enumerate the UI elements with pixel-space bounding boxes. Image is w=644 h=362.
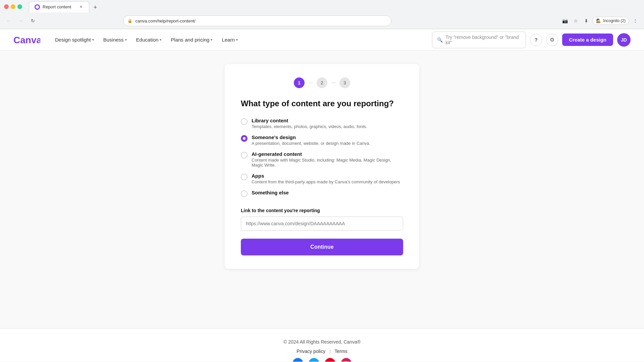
forward-button[interactable]: → (16, 16, 25, 25)
radio-label-apps: Apps (252, 173, 400, 179)
help-button[interactable]: ? (530, 34, 542, 46)
radio-desc-apps: Content from the third-party apps made b… (252, 179, 400, 184)
radio-option-library-text: Library content Templates, elements, pho… (252, 118, 367, 129)
minimize-window-button[interactable] (11, 4, 15, 9)
search-placeholder-text: Try "remove background" or "brand kit" (445, 35, 521, 45)
twitter-icon[interactable]: 🐦 (309, 358, 319, 362)
incognito-label: Incognito (2) (603, 18, 626, 23)
step-line-1-2 (309, 82, 313, 83)
radio-option-ai-generated[interactable]: AI-generated content Content made with M… (241, 151, 403, 168)
close-window-button[interactable] (4, 4, 9, 9)
footer-privacy-link[interactable]: Privacy policy (297, 349, 325, 354)
radio-option-someones-design[interactable]: Someone's design A presentation, documen… (241, 134, 403, 146)
tab-bar: Report content ✕ + (25, 1, 104, 12)
nav-item-design-spotlight[interactable]: Design spotlight ▾ (51, 34, 98, 45)
footer-terms-link[interactable]: Terms (335, 349, 347, 354)
new-tab-button[interactable]: + (91, 3, 100, 12)
browser-chrome: Report content ✕ + ← → ↻ 🔒 canva.com/hel… (0, 0, 644, 29)
radio-option-ai-generated-text: AI-generated content Content made with M… (252, 151, 403, 168)
svg-point-0 (36, 5, 39, 9)
step-3[interactable]: 3 (339, 77, 350, 88)
pinterest-icon[interactable]: P (325, 358, 335, 362)
window-controls (4, 4, 22, 9)
title-bar: Report content ✕ + (0, 0, 644, 13)
nav-menu: Design spotlight ▾ Business ▾ Education … (51, 34, 432, 45)
chevron-down-icon-education: ▾ (160, 38, 161, 42)
radio-label-library: Library content (252, 118, 367, 123)
tab-title: Report content (43, 4, 71, 9)
bookmark-button[interactable]: ☆ (571, 16, 580, 25)
incognito-button[interactable]: 🕵 Incognito (2) (592, 17, 629, 25)
link-input[interactable] (241, 217, 403, 231)
browser-right-actions: 📷 ☆ ⬇ 🕵 Incognito (2) ⋮ (560, 16, 640, 25)
radio-option-something-else-text: Something else (252, 190, 289, 195)
svg-text:P: P (329, 361, 332, 362)
app-wrapper: Canva Design spotlight ▾ Business ▾ Educ… (0, 29, 644, 362)
facebook-icon[interactable]: f (292, 358, 303, 362)
question-title: What type of content are you reporting? (241, 99, 403, 108)
lock-icon: 🔒 (127, 18, 132, 23)
nav-item-learn[interactable]: Learn ▾ (218, 34, 241, 45)
chevron-down-icon-learn: ▾ (236, 38, 238, 42)
instagram-icon[interactable] (341, 358, 352, 362)
footer-links: Privacy policy | Terms (221, 349, 423, 354)
radio-desc-someones-design: A presentation, document, website, or de… (252, 141, 370, 146)
radio-desc-library: Templates, elements, photos, graphics, v… (252, 124, 367, 129)
tab-close-button[interactable]: ✕ (78, 4, 84, 10)
nav-label-learn: Learn (222, 37, 234, 43)
social-icons: f 🐦 P (221, 358, 423, 362)
chevron-down-icon-business: ▾ (125, 38, 127, 42)
nav-label-business: Business (103, 37, 124, 43)
step-1[interactable]: 1 (294, 77, 305, 88)
radio-label-someones-design: Someone's design (252, 134, 370, 140)
nav-item-business[interactable]: Business ▾ (99, 34, 131, 45)
footer-copyright: © 2024 All Rights Reserved, Canva® (221, 339, 423, 345)
maximize-window-button[interactable] (17, 4, 22, 9)
search-icon: 🔍 (437, 37, 443, 43)
address-bar-row: ← → ↻ 🔒 canva.com/help/report-content/ 📷… (0, 13, 644, 29)
footer-bottom: © 2024 All Rights Reserved, Canva® Priva… (221, 339, 423, 362)
nav-item-plans-pricing[interactable]: Plans and pricing ▾ (167, 34, 216, 45)
footer: © 2024 All Rights Reserved, Canva® Priva… (0, 328, 644, 362)
url-text: canva.com/help/report-content/ (135, 18, 195, 23)
radio-desc-ai-generated: Content made with Magic Studio, includin… (252, 158, 403, 168)
incognito-icon: 🕵 (596, 18, 601, 23)
radio-circle-ai-generated[interactable] (241, 152, 248, 159)
download-button[interactable]: ⬇ (582, 16, 591, 25)
radio-circle-someones-design[interactable] (241, 135, 248, 142)
nav-label-design-spotlight: Design spotlight (55, 37, 91, 43)
canva-logo[interactable]: Canva (13, 35, 40, 45)
radio-option-apps[interactable]: Apps Content from the third-party apps m… (241, 173, 403, 184)
nav-label-education: Education (136, 37, 159, 43)
active-tab[interactable]: Report content ✕ (29, 1, 89, 12)
svg-text:f: f (297, 361, 299, 362)
radio-option-library[interactable]: Library content Templates, elements, pho… (241, 118, 403, 129)
camera-off-button[interactable]: 📷 (560, 16, 570, 25)
step-line-2-3 (331, 82, 335, 83)
nav-label-plans-pricing: Plans and pricing (171, 37, 209, 43)
svg-text:Canva: Canva (13, 35, 40, 45)
radio-circle-something-else[interactable] (241, 190, 248, 197)
nav-item-education[interactable]: Education ▾ (132, 34, 166, 45)
settings-button[interactable]: ⚙ (546, 34, 558, 46)
radio-circle-apps[interactable] (241, 174, 248, 180)
tab-favicon (35, 4, 40, 10)
chevron-down-icon-plans: ▾ (211, 38, 212, 42)
step-indicators: 1 2 3 (241, 77, 403, 88)
create-design-button[interactable]: Create a design (562, 34, 613, 46)
radio-option-something-else[interactable]: Something else (241, 190, 403, 197)
address-bar[interactable]: 🔒 canva.com/help/report-content/ (123, 15, 391, 26)
navbar-right: 🔍 Try "remove background" or "brand kit"… (432, 32, 631, 48)
continue-button[interactable]: Continue (241, 239, 403, 255)
avatar[interactable]: JD (617, 33, 631, 47)
step-2[interactable]: 2 (317, 77, 327, 88)
form-card: 1 2 3 What type of content are you repor… (225, 64, 419, 269)
back-button[interactable]: ← (4, 16, 13, 25)
navbar: Canva Design spotlight ▾ Business ▾ Educ… (0, 29, 644, 51)
radio-group: Library content Templates, elements, pho… (241, 118, 403, 197)
search-bar[interactable]: 🔍 Try "remove background" or "brand kit" (432, 32, 526, 48)
reload-button[interactable]: ↻ (28, 16, 38, 25)
radio-label-ai-generated: AI-generated content (252, 151, 403, 157)
menu-button[interactable]: ⋮ (631, 16, 640, 25)
radio-circle-library[interactable] (241, 118, 248, 125)
